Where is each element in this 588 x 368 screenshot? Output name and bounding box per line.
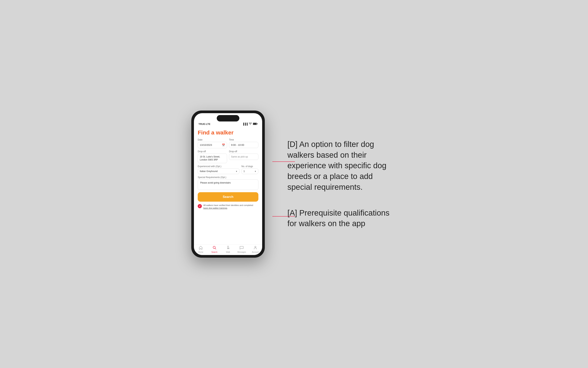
phone-mockup: TRUE-LTE ▐▐▐ <box>191 110 265 258</box>
dynamic-island <box>217 115 239 121</box>
dogs-select[interactable]: 1 ▼ <box>241 168 258 174</box>
verification-row: ✓ All walkers have verified their identi… <box>198 204 258 210</box>
breed-dogs-row: Experienced with (Opt.) Italian Greyhoun… <box>198 165 258 174</box>
page-container: TRUE-LTE ▐▐▐ <box>0 0 588 368</box>
verification-text-part2: . <box>227 207 228 209</box>
dogs-group: No. of dogs 1 ▼ <box>241 165 258 174</box>
breed-dropdown-arrow: ▼ <box>236 170 237 172</box>
svg-rect-1 <box>253 123 257 125</box>
breed-group: Experienced with (Opt.) Italian Greyhoun… <box>198 165 240 174</box>
phone-frame: TRUE-LTE ▐▐▐ <box>191 110 265 258</box>
home-icon <box>199 246 203 251</box>
dropoff-dest-group: Drop-off Same as pick-up <box>229 150 258 163</box>
search-nav-icon <box>212 246 216 251</box>
time-group: Time 9:00 - 10:00 <box>229 138 258 148</box>
dropoff-row: Drop-off 19 St. Luke's Street, London SW… <box>198 150 258 163</box>
date-label: Date <box>198 138 227 141</box>
signal-icon: ▐▐▐ <box>242 123 248 125</box>
no-dogs-label: No. of dogs <box>241 165 258 168</box>
dropoff-label-2: Drop-off <box>229 150 258 153</box>
annotation-line-a <box>272 216 295 217</box>
dropoff-pickup-group: Drop-off 19 St. Luke's Street, London SW… <box>198 150 227 163</box>
annotation-line-d <box>272 161 295 162</box>
nav-account[interactable]: Account <box>249 246 262 253</box>
breed-value: Italian Greyhound <box>200 170 218 173</box>
experienced-label: Experienced with (Opt.) <box>198 165 240 168</box>
checkmark-icon: ✓ <box>199 205 201 207</box>
svg-line-4 <box>215 248 216 249</box>
bottom-nav: Home Search <box>194 244 262 255</box>
page-title: Find a walker <box>198 129 258 136</box>
nav-walk-label: Walk <box>226 251 230 253</box>
annotation-d-text: [D] An option to filter dog walkers base… <box>287 139 397 192</box>
nav-account-label: Account <box>252 251 259 253</box>
nav-messages-label: Messages <box>237 251 246 253</box>
time-input[interactable]: 9:00 - 10:00 <box>229 142 258 148</box>
special-req-label: Special Requirements (Opt.) <box>198 176 258 179</box>
calendar-icon: 📅 <box>222 144 225 147</box>
special-req-input[interactable]: Please avoid going downstairs <box>198 179 258 190</box>
phone-screen: TRUE-LTE ▐▐▐ <box>194 113 262 255</box>
time-label: Time <box>229 138 258 141</box>
dropoff-label-1: Drop-off <box>198 150 227 153</box>
pickup-address-input[interactable]: 19 St. Luke's Street, London SW3 3RP <box>198 154 227 163</box>
messages-icon <box>240 246 244 251</box>
date-group: Date 13/10/2023 📅 <box>198 138 227 148</box>
verification-text: All walkers have verified their identiti… <box>203 204 258 210</box>
svg-point-6 <box>255 246 256 248</box>
walk-icon <box>226 246 230 251</box>
check-circle-icon: ✓ <box>198 204 202 208</box>
nav-search[interactable]: Search <box>207 246 221 253</box>
app-scroll-area[interactable]: Find a walker Date 13/10/2023 📅 Time <box>194 126 262 244</box>
battery-icon <box>253 123 258 126</box>
svg-point-5 <box>228 246 228 247</box>
verification-text-part1: All walkers have verified their identiti… <box>203 204 253 206</box>
date-value: 13/10/2023 <box>200 144 212 146</box>
nav-home-label: Home <box>198 251 203 253</box>
date-time-row: Date 13/10/2023 📅 Time 9:00 - 10:00 <box>198 138 258 148</box>
carrier-label: TRUE-LTE <box>198 123 210 125</box>
special-req-section: Special Requirements (Opt.) Please avoid… <box>198 176 258 190</box>
dropoff-address-input[interactable]: Same as pick-up <box>229 154 258 160</box>
breed-select[interactable]: Italian Greyhound ▼ <box>198 168 240 174</box>
status-bar: TRUE-LTE ▐▐▐ <box>194 121 262 126</box>
wifi-icon <box>249 123 252 125</box>
nav-search-label: Search <box>212 251 217 253</box>
nav-home[interactable]: Home <box>194 246 207 253</box>
time-value: 9:00 - 10:00 <box>231 144 244 146</box>
verification-link[interactable]: basic dog walker trainings <box>203 207 227 209</box>
dogs-dropdown-arrow: ▼ <box>254 170 256 172</box>
nav-messages[interactable]: Messages <box>235 246 248 253</box>
date-input[interactable]: 13/10/2023 📅 <box>198 142 227 148</box>
search-button[interactable]: Search <box>198 192 258 202</box>
account-icon <box>253 246 258 251</box>
dogs-value: 1 <box>243 170 245 173</box>
svg-rect-2 <box>257 123 258 124</box>
annotation-a-text: [A] Prerequisite qualifications for walk… <box>287 208 397 229</box>
nav-walk[interactable]: Walk <box>221 246 235 253</box>
status-icons: ▐▐▐ <box>242 123 258 126</box>
annotations-panel: [D] An option to filter dog walkers base… <box>287 139 397 229</box>
